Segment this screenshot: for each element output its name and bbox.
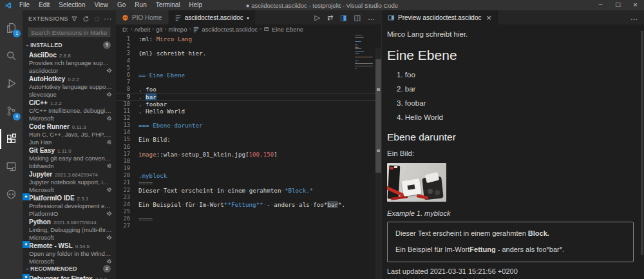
line-text xyxy=(130,57,138,64)
tab-asciidoctest-asciidoc[interactable]: asciidoctest.asciidoc● xyxy=(169,10,256,24)
block-paragraph: Ein Beispiel für Im-WortFettung - anders… xyxy=(395,245,625,253)
extension-name: Python xyxy=(29,218,51,226)
code-line: 18 xyxy=(116,158,381,165)
open-preview-icon[interactable]: ◨ xyxy=(340,14,346,22)
line-text: Dieser·Text·erscheint·in·einem·gerahmten… xyxy=(130,187,313,194)
gear-icon[interactable] xyxy=(106,163,112,169)
editor-scrollbar[interactable] xyxy=(375,48,381,279)
extension-item[interactable]: ★Remote - WSL0.54.6Open any folder in th… xyxy=(23,241,116,265)
open-changes-icon[interactable]: ⇄ xyxy=(327,14,333,22)
gear-icon[interactable] xyxy=(106,258,112,264)
extension-publisher: Microsoft xyxy=(29,115,54,122)
gear-icon[interactable] xyxy=(106,139,112,145)
minimap-line xyxy=(355,58,374,59)
refresh-icon[interactable] xyxy=(82,15,90,23)
breadcrumb-item[interactable]: git xyxy=(156,26,162,33)
code-line: 8.·foo xyxy=(116,86,381,93)
gear-icon[interactable] xyxy=(106,115,112,121)
preview-scrollbar[interactable] xyxy=(641,31,643,255)
extension-meta-row: Jun Han xyxy=(29,139,112,146)
breadcrumb-item[interactable]: Eine Ebene xyxy=(272,26,303,33)
minimap-line xyxy=(355,70,374,70)
scrollbar-thumb[interactable] xyxy=(375,59,381,173)
extensions-search-input[interactable] xyxy=(28,27,111,37)
activity-source-control-icon[interactable]: 4 xyxy=(0,97,23,125)
minimap-line xyxy=(355,52,374,53)
code-line: 6==·Eine·Ebene xyxy=(116,72,381,79)
extension-item[interactable]: AutoHotkey0.2.2AutoHotkey language suppo… xyxy=(23,74,116,98)
gear-icon[interactable] xyxy=(106,68,112,73)
menu-go[interactable]: Go xyxy=(113,1,130,8)
activity-platformio-icon[interactable] xyxy=(0,180,23,208)
more-actions-icon[interactable]: ··· xyxy=(104,15,112,23)
line-text xyxy=(130,79,138,86)
minimize-button[interactable]: ─ xyxy=(592,0,609,10)
run-icon[interactable]: ▷ xyxy=(315,14,320,22)
activity-extensions-icon[interactable] xyxy=(0,125,23,153)
breadcrumb-item[interactable]: asciidoctest.asciidoc xyxy=(202,26,258,33)
gear-icon[interactable] xyxy=(106,187,112,193)
extension-item[interactable]: Jupyter2021.3.684299474Jupyter notebook … xyxy=(23,169,116,193)
line-number: 8 xyxy=(116,86,130,93)
more-actions-icon[interactable]: … xyxy=(368,14,375,22)
tab-preview-asciidoc[interactable]: Preview asciidoctest.asciidoc × xyxy=(382,10,498,24)
section-header-installed[interactable]: ›INSTALLED9 xyxy=(23,41,116,49)
extension-meta-row: Microsoft xyxy=(29,186,112,193)
preview-paragraph: Mirco Lang schreibt hier. xyxy=(387,30,635,38)
extension-version: 2021.3.684299474 xyxy=(55,172,98,178)
breadcrumb-item[interactable]: D: xyxy=(122,26,129,33)
split-editor-icon[interactable]: ◫ xyxy=(354,14,361,22)
menu-run[interactable]: Run xyxy=(130,1,151,8)
breadcrumb-item[interactable]: Arbeit xyxy=(135,26,151,33)
menu-terminal[interactable]: Terminal xyxy=(151,1,185,8)
tab-close-icon[interactable]: × xyxy=(486,14,492,22)
asciidoc-preview: Mirco Lang schreibt hier. Eine Ebene 1. … xyxy=(382,24,644,279)
gear-icon[interactable] xyxy=(106,235,112,240)
activity-explorer-icon[interactable]: 1 xyxy=(0,14,23,42)
code-line: 12 xyxy=(116,115,381,122)
extension-item[interactable]: Git Easy1.11.0Making git easy and conven… xyxy=(23,146,116,169)
close-button[interactable]: × xyxy=(627,0,644,10)
menu-edit[interactable]: Edit xyxy=(34,1,54,8)
tab-pio-home[interactable]: PIO Home xyxy=(116,10,169,24)
maximize-button[interactable]: □ xyxy=(609,0,627,10)
code-editor[interactable]: 1:ml:·Mirco·Lang23{ml}·schreibt·hier.456… xyxy=(116,34,381,279)
clear-icon[interactable]: ▢ xyxy=(94,15,100,22)
menu-selection[interactable]: Selection xyxy=(54,1,90,8)
preview-ordered-list: 1. foo2. bar3. foobar4. Hello World xyxy=(387,71,635,122)
minimap-line xyxy=(355,47,359,48)
extension-item[interactable]: AsciiDoc2.8.8Provides rich language supp… xyxy=(23,50,116,74)
line-text: {ml}·schreibt·hier. xyxy=(130,50,206,57)
filter-icon[interactable] xyxy=(71,15,78,23)
more-actions-icon[interactable]: … xyxy=(630,14,638,22)
remote-star-badge: ★ xyxy=(23,274,30,279)
asciidoc-file-icon xyxy=(193,26,200,33)
extension-version: 2.3.1 xyxy=(77,196,89,202)
menu-help[interactable]: Help xyxy=(185,1,207,8)
line-number: 18 xyxy=(116,158,130,165)
menu-view[interactable]: View xyxy=(90,1,113,8)
minimap[interactable] xyxy=(355,35,374,72)
minimap-line xyxy=(355,64,374,65)
extension-item[interactable]: Code Runner0.11.3Run C, C++, Java, JS, P… xyxy=(23,122,116,146)
minimap-line xyxy=(355,66,373,66)
extension-item[interactable]: ★PlatformIO IDE2.3.1Professional develop… xyxy=(23,193,116,217)
activity-remote-explorer-icon[interactable] xyxy=(0,153,23,180)
line-text: .myblock xyxy=(130,172,167,179)
line-text xyxy=(130,129,138,136)
section-header-recommended[interactable]: ›RECOMMENDED2 xyxy=(23,265,116,273)
extension-item[interactable]: Python2021.3.680753044Linting, Debugging… xyxy=(23,217,116,241)
gear-icon[interactable] xyxy=(106,91,112,97)
gear-icon[interactable] xyxy=(106,211,112,216)
activity-search-icon[interactable] xyxy=(0,42,23,70)
breadcrumb-item[interactable]: mlrepo xyxy=(168,26,187,33)
activity-run-debug-icon[interactable] xyxy=(0,70,23,97)
minimap-line xyxy=(355,48,361,49)
minimap-line xyxy=(355,35,362,35)
extension-item[interactable]: ★Debugger for Firefox2.9.2Debug your web… xyxy=(23,274,116,279)
menu-file[interactable]: File xyxy=(15,1,34,8)
line-number: 4 xyxy=(116,57,130,64)
extension-item[interactable]: C/C++1.2.2C/C++ IntelliSense, debugging,… xyxy=(23,98,116,122)
extension-title-row: Python2021.3.680753044 xyxy=(29,218,112,226)
minimap-line xyxy=(355,44,357,45)
